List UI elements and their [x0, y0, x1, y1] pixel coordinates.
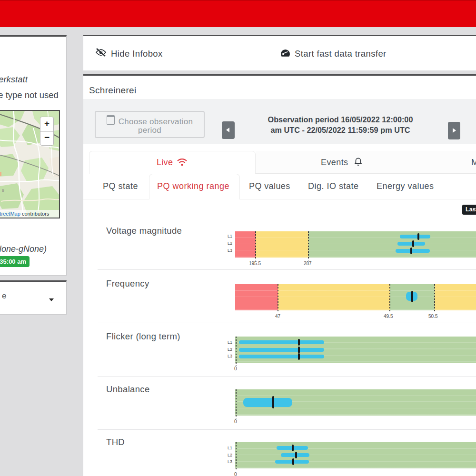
svg-text:9: 9 [2, 188, 4, 193]
